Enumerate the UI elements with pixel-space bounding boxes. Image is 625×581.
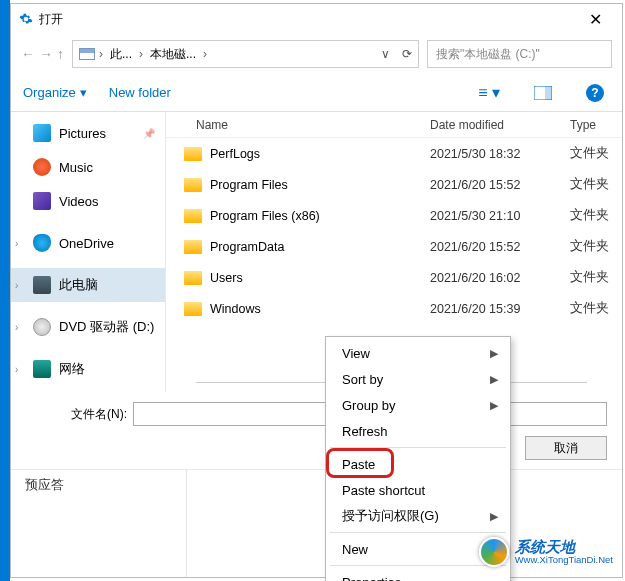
help-button[interactable]: ?	[580, 84, 610, 102]
sidebar-item-network[interactable]: › 网络	[11, 352, 165, 386]
sidebar-item-music[interactable]: Music	[11, 150, 165, 184]
file-type: 文件夹	[562, 145, 622, 162]
file-name: PerfLogs	[210, 147, 260, 161]
chevron-right-icon: ›	[203, 47, 207, 61]
menu-sort-by[interactable]: Sort by▶	[328, 366, 508, 392]
new-folder-button[interactable]: New folder	[109, 85, 171, 100]
sidebar-item-onedrive[interactable]: › OneDrive	[11, 226, 165, 260]
chevron-right-icon: ▶	[490, 510, 498, 523]
menu-separator	[330, 447, 506, 448]
nav-back[interactable]: ←	[21, 46, 35, 62]
sidebar-item-label: Pictures	[59, 126, 106, 141]
file-row[interactable]: PerfLogs2021/5/30 18:32文件夹	[166, 138, 622, 169]
nav-arrows: ← → ↑	[21, 46, 64, 62]
file-row[interactable]: Windows2021/6/20 15:39文件夹	[166, 293, 622, 324]
menu-view[interactable]: View▶	[328, 340, 508, 366]
close-button[interactable]: ✕	[577, 10, 614, 29]
organize-label: Organize	[23, 85, 76, 100]
sidebar-item-videos[interactable]: Videos	[11, 184, 165, 218]
window-title: 打开	[39, 11, 577, 28]
chevron-right-icon: ▶	[490, 399, 498, 412]
chevron-right-icon: ›	[139, 47, 143, 61]
file-date: 2021/5/30 18:32	[422, 147, 562, 161]
new-folder-label: New folder	[109, 85, 171, 100]
file-row[interactable]: Program Files2021/6/20 15:52文件夹	[166, 169, 622, 200]
open-dialog-window: 打开 ✕ ← → ↑ › 此... › 本地磁... › ∨ ⟳ 搜索"本地磁盘…	[10, 3, 623, 578]
gear-icon	[19, 12, 33, 26]
menu-label: View	[342, 346, 370, 361]
videos-icon	[33, 192, 51, 210]
menu-group-by[interactable]: Group by▶	[328, 392, 508, 418]
svg-rect-1	[545, 86, 552, 100]
sidebar-item-this-pc[interactable]: › 此电脑	[11, 268, 165, 302]
titlebar: 打开 ✕	[11, 4, 622, 34]
address-row: ← → ↑ › 此... › 本地磁... › ∨ ⟳ 搜索"本地磁盘 (C:)…	[11, 34, 622, 74]
music-icon	[33, 158, 51, 176]
file-name: Program Files	[210, 178, 288, 192]
menu-label: Paste shortcut	[342, 483, 425, 498]
file-name: ProgramData	[210, 240, 284, 254]
organize-button[interactable]: Organize ▾	[23, 85, 87, 100]
sidebar-item-label: 此电脑	[59, 276, 98, 294]
network-icon	[33, 360, 51, 378]
watermark-brand: 系统天地	[515, 539, 613, 555]
preview-pane-button[interactable]	[528, 86, 558, 100]
file-type: 文件夹	[562, 238, 622, 255]
column-date[interactable]: Date modified	[422, 118, 562, 132]
menu-label: Group by	[342, 398, 395, 413]
file-row[interactable]: ProgramData2021/6/20 15:52文件夹	[166, 231, 622, 262]
chevron-down-icon: ▾	[80, 85, 87, 100]
nav-up[interactable]: ↑	[57, 46, 64, 62]
cancel-button[interactable]: 取消	[525, 436, 607, 460]
folder-icon	[184, 240, 202, 254]
file-date: 2021/5/30 21:10	[422, 209, 562, 223]
search-input[interactable]: 搜索"本地磁盘 (C:)"	[427, 40, 612, 68]
file-list-header: Name Date modified Type	[166, 112, 622, 138]
breadcrumb-root[interactable]: 此...	[107, 46, 135, 63]
onedrive-icon	[33, 234, 51, 252]
menu-paste[interactable]: Paste	[328, 451, 508, 477]
file-date: 2021/6/20 16:02	[422, 271, 562, 285]
menu-paste-shortcut[interactable]: Paste shortcut	[328, 477, 508, 503]
chevron-right-icon: ▶	[490, 373, 498, 386]
menu-properties[interactable]: Properties	[328, 569, 508, 581]
menu-label: 授予访问权限(G)	[342, 507, 439, 525]
menu-refresh[interactable]: Refresh	[328, 418, 508, 444]
file-row[interactable]: Users2021/6/20 16:02文件夹	[166, 262, 622, 293]
file-date: 2021/6/20 15:52	[422, 240, 562, 254]
folder-icon	[184, 271, 202, 285]
sidebar-item-label: 网络	[59, 360, 85, 378]
folder-icon	[184, 178, 202, 192]
chevron-right-icon: ›	[15, 322, 18, 333]
menu-label: Properties	[342, 575, 401, 582]
menu-label: Refresh	[342, 424, 388, 439]
menu-label: Paste	[342, 457, 375, 472]
file-row[interactable]: Program Files (x86)2021/5/30 21:10文件夹	[166, 200, 622, 231]
sidebar-item-pictures[interactable]: Pictures	[11, 116, 165, 150]
column-name[interactable]: Name	[166, 118, 422, 132]
breadcrumb-bar[interactable]: › 此... › 本地磁... › ∨ ⟳	[72, 40, 419, 68]
file-type: 文件夹	[562, 176, 622, 193]
breadcrumb-current[interactable]: 本地磁...	[147, 46, 199, 63]
file-date: 2021/6/20 15:39	[422, 302, 562, 316]
view-mode-button[interactable]: ≡ ▾	[472, 83, 506, 102]
file-type: 文件夹	[562, 207, 622, 224]
column-type[interactable]: Type	[562, 118, 622, 132]
pc-icon	[33, 276, 51, 294]
file-name: Windows	[210, 302, 261, 316]
pictures-icon	[33, 124, 51, 142]
action-row: 取消	[525, 436, 607, 460]
bottom-label: 预应答	[25, 477, 64, 494]
refresh-button[interactable]: ⟳	[402, 47, 412, 61]
sidebar-item-dvd[interactable]: › DVD 驱动器 (D:)	[11, 310, 165, 344]
menu-separator	[330, 532, 506, 533]
watermark: 系统天地 Www.XiTongTianDi.Net	[479, 537, 613, 567]
file-name: Users	[210, 271, 243, 285]
dropdown-chevron-icon[interactable]: ∨	[381, 47, 390, 61]
folder-icon	[184, 302, 202, 316]
chevron-right-icon: ›	[15, 280, 18, 291]
content-area: Pictures Music Videos › OneDrive › 此电脑	[11, 112, 622, 392]
nav-forward[interactable]: →	[39, 46, 53, 62]
watermark-logo-icon	[479, 537, 509, 567]
menu-grant-access[interactable]: 授予访问权限(G)▶	[328, 503, 508, 529]
